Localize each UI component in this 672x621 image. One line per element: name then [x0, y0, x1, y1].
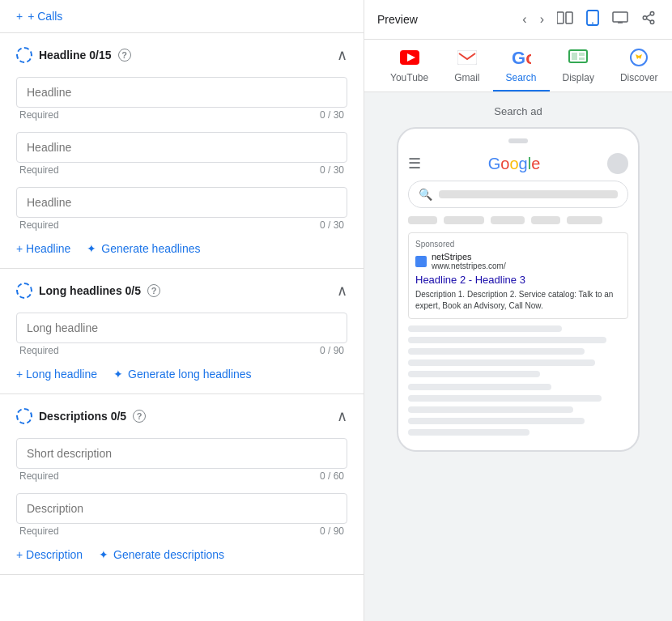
long-headline-progress-circle	[16, 283, 32, 299]
add-long-headline-button[interactable]: + Long headline	[16, 368, 97, 381]
svg-point-8	[643, 16, 647, 20]
sparkle-desc-icon: ✦	[99, 548, 108, 561]
preview-next-button[interactable]: ›	[537, 9, 547, 30]
preview-prev-button[interactable]: ‹	[519, 9, 530, 30]
calls-label: + Calls	[28, 10, 62, 23]
search-tab-label: Search	[506, 72, 537, 83]
sparkle-long-icon: ✦	[113, 368, 123, 381]
svg-point-9	[650, 20, 654, 24]
skeleton-line-1	[408, 325, 562, 332]
channel-tab-display[interactable]: Display	[550, 40, 607, 91]
headline-input-3-meta: Required 0 / 30	[16, 218, 347, 232]
add-description-button[interactable]: + Description	[16, 548, 83, 561]
channel-tabs: YouTube Gmail Google Search	[364, 40, 672, 92]
svg-line-10	[646, 19, 650, 21]
headline-1-counter: 0 / 30	[320, 109, 344, 121]
google-logo: Google	[488, 155, 541, 173]
preview-area: Search ad ☰ Google 🔍	[364, 92, 672, 621]
display-icon	[567, 46, 589, 69]
description-input-1[interactable]	[16, 438, 347, 469]
descriptions-info-icon[interactable]: ?	[133, 410, 146, 423]
headline-input-1[interactable]	[16, 77, 347, 108]
add-description-label: + Description	[16, 548, 83, 561]
svg-point-7	[650, 12, 654, 16]
channel-tab-search[interactable]: Google Search	[493, 40, 550, 91]
skeleton-content-1	[408, 325, 628, 377]
preview-share-button[interactable]	[638, 7, 659, 32]
long-headlines-info-icon[interactable]: ?	[147, 284, 160, 297]
search-bar-icon: 🔍	[419, 188, 432, 201]
left-panel: + + Calls Headline 0/15 ? ∧ Required 0 /…	[0, 0, 364, 621]
headline-input-2[interactable]	[16, 132, 347, 163]
channel-tab-discover[interactable]: Discover	[607, 40, 671, 91]
phone-notch	[508, 138, 528, 143]
descriptions-header: Descriptions 0/5 ? ∧	[16, 407, 347, 425]
calls-bar: + + Calls	[0, 0, 364, 33]
preview-desktop-button[interactable]	[609, 8, 632, 31]
skeleton-tab-5	[567, 216, 602, 224]
headlines-info-icon[interactable]: ?	[118, 49, 131, 62]
headline-1-required: Required	[19, 109, 59, 121]
svg-rect-14	[457, 50, 477, 65]
skeleton-line-3	[408, 348, 585, 355]
generate-long-headlines-button[interactable]: ✦ Generate long headlines	[113, 368, 252, 381]
add-headline-button[interactable]: + Headline	[16, 242, 70, 255]
channel-tab-youtube[interactable]: YouTube	[377, 40, 441, 91]
skeleton-content-2	[408, 384, 628, 436]
gmail-tab-label: Gmail	[454, 72, 479, 83]
svg-point-3	[592, 23, 593, 24]
skeleton-tabs	[398, 216, 638, 232]
youtube-tab-label: YouTube	[390, 72, 428, 83]
descriptions-title-group: Descriptions 0/5 ?	[16, 408, 146, 424]
channel-tab-gmail[interactable]: Gmail	[441, 40, 492, 91]
skeleton-line-9	[408, 418, 585, 424]
svg-rect-1	[566, 12, 572, 23]
long-headline-input-1[interactable]	[16, 313, 347, 343]
descriptions-section: Descriptions 0/5 ? ∧ Required 0 / 60 Req…	[0, 394, 364, 575]
long-headlines-collapse-button[interactable]: ∧	[337, 282, 347, 300]
headline-3-required: Required	[19, 219, 59, 231]
search-bar-placeholder	[439, 190, 618, 198]
skeleton-tab-4	[531, 216, 560, 224]
desktop-icon	[612, 11, 628, 24]
headline-2-required: Required	[19, 164, 59, 176]
headlines-collapse-button[interactable]: ∧	[337, 46, 347, 64]
add-headline-label: + Headline	[16, 242, 70, 255]
description-input-2[interactable]	[16, 493, 347, 524]
description-input-1-group: Required 0 / 60	[16, 438, 347, 483]
google-search-bar[interactable]: 🔍	[408, 181, 628, 208]
google-header: ☰ Google	[398, 153, 638, 181]
generate-long-headlines-label: Generate long headlines	[128, 368, 252, 381]
svg-rect-17	[572, 53, 577, 60]
skeleton-line-7	[408, 395, 602, 402]
discover-tab-label: Discover	[620, 72, 658, 83]
long-headlines-section-title: Long headlines 0/5	[39, 284, 141, 297]
ad-url: www.netstripes.com/	[432, 262, 506, 270]
descriptions-collapse-button[interactable]: ∧	[337, 407, 347, 425]
ad-description: Description 1. Description 2. Service ca…	[415, 289, 621, 312]
skeleton-line-8	[408, 406, 573, 413]
descriptions-section-title: Descriptions 0/5	[39, 410, 126, 423]
discover-icon	[627, 46, 650, 69]
calls-button[interactable]: + + Calls	[16, 10, 62, 23]
preview-split-view-button[interactable]	[554, 8, 576, 31]
long-headlines-header: Long headlines 0/5 ? ∧	[16, 282, 347, 300]
description-input-1-meta: Required 0 / 60	[16, 469, 347, 483]
add-long-headline-label: + Long headline	[16, 368, 97, 381]
description-2-counter: 0 / 90	[320, 525, 344, 537]
ad-favicon	[415, 256, 427, 267]
phone-mockup: ☰ Google 🔍 Sponsored	[397, 127, 640, 452]
long-headline-1-required: Required	[19, 345, 59, 356]
skeleton-line-6	[408, 384, 551, 390]
headline-progress-circle	[16, 47, 32, 63]
headlines-title-group: Headline 0/15 ?	[16, 47, 131, 63]
gmail-icon	[456, 46, 478, 69]
google-search-icon: Google	[510, 46, 533, 69]
description-2-required: Required	[19, 525, 59, 537]
preview-mobile-button[interactable]	[583, 6, 602, 32]
generate-descriptions-button[interactable]: ✦ Generate descriptions	[99, 548, 224, 561]
svg-text:Google: Google	[512, 48, 531, 67]
ad-headline: Headline 2 - Headline 3	[415, 274, 621, 286]
headline-input-3[interactable]	[16, 187, 347, 218]
generate-headlines-button[interactable]: ✦ Generate headlines	[87, 242, 200, 255]
